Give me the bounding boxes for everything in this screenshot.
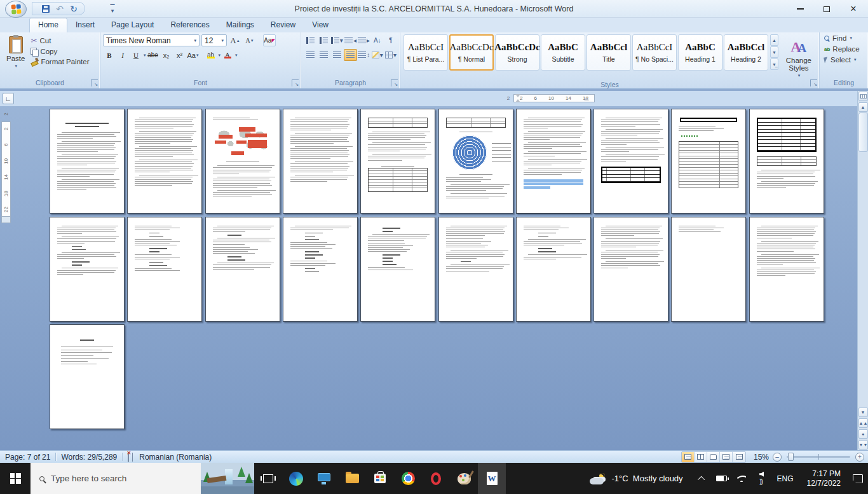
view-draft-button[interactable] [733,452,745,462]
style-list-para[interactable]: AaBbCcI¶ List Para... [403,34,448,71]
find-button[interactable]: Find▾ [822,34,865,43]
copy-button[interactable]: Copy [29,47,91,56]
select-browse-object-button[interactable]: ● [858,429,868,439]
scroll-down-button[interactable]: ▼ [858,408,868,417]
volume-indicator[interactable]: )) [754,471,769,486]
page-thumbnail-3[interactable] [205,109,280,214]
styles-scroll-up-icon[interactable]: ▲ [770,34,778,46]
taskbar-clock[interactable]: 7:17 PM 12/7/2022 [802,469,846,488]
page-thumbnail-12[interactable] [127,217,202,322]
page-thumbnail-9[interactable] [671,109,746,214]
proofing-status[interactable] [123,453,134,462]
task-view-button[interactable] [254,463,282,494]
tab-mailings[interactable]: Mailings [218,18,262,32]
font-dialog-launcher[interactable] [292,79,299,86]
taskbar-app-edge[interactable] [282,463,310,494]
page-indicator[interactable]: Page: 7 of 21 [0,453,55,462]
view-web-layout-button[interactable] [707,452,720,462]
page-thumbnail-14[interactable] [283,217,358,322]
zoom-slider-thumb[interactable] [788,453,794,461]
justify-button[interactable] [344,49,356,61]
close-button[interactable]: × [840,0,867,18]
align-right-button[interactable] [330,49,343,61]
input-language[interactable]: ENG [773,474,797,483]
vertical-ruler[interactable]: 2 2610141822 [1,106,11,233]
page-thumbnail-1[interactable] [50,109,125,214]
page-thumbnail-11[interactable] [50,217,125,322]
font-family-combobox[interactable]: Times New Roman ▾ [103,34,200,46]
language-indicator[interactable]: Romanian (Romania) [134,453,217,462]
paragraph-dialog-launcher[interactable] [391,79,398,86]
borders-button[interactable]: ▾ [384,49,397,61]
change-case-button[interactable]: Aa▾ [187,49,200,61]
save-button[interactable] [40,3,51,14]
view-print-layout-button[interactable] [682,452,695,462]
next-page-button[interactable]: ▼▼ [858,440,868,449]
font-color-dropdown-icon[interactable]: ▾ [235,53,238,58]
style-subtitle[interactable]: AaBbCSubtitle [541,34,585,71]
page-thumbnail-5[interactable] [360,109,435,214]
taskbar-app-microsoft-store[interactable] [366,463,394,494]
network-indicator[interactable] [734,471,749,486]
weather-widget[interactable]: -1°C Mostly cloudy [581,473,691,484]
select-button[interactable]: Select▾ [822,55,865,64]
right-indent-marker[interactable] [584,97,589,100]
replace-button[interactable]: abReplace [822,45,865,53]
zoom-out-button[interactable]: – [773,453,782,462]
numbering-button[interactable] [317,34,330,46]
bullets-button[interactable] [304,34,316,46]
tab-view[interactable]: View [304,18,337,32]
page-thumbnail-8[interactable] [593,109,668,214]
show-hide-pilcrow-button[interactable]: ¶ [384,34,397,46]
clipboard-dialog-launcher[interactable] [91,79,98,86]
font-color-button[interactable]: A [221,49,234,61]
decrease-indent-button[interactable]: ◂ [344,34,356,46]
style-strong[interactable]: AaBbCcDcStrong [495,34,539,71]
taskbar-app-word[interactable]: W [478,463,506,494]
search-highlight-image[interactable] [201,463,254,494]
format-painter-button[interactable]: Format Painter [29,57,91,66]
paste-button[interactable]: Paste ▾ [3,34,29,78]
word-count[interactable]: Words: 29/5,289 [56,453,122,462]
office-button[interactable] [5,1,27,18]
zoom-in-button[interactable]: + [855,453,864,462]
zoom-level[interactable]: 15% [749,453,770,462]
tab-page-layout[interactable]: Page Layout [103,18,162,32]
superscript-button[interactable]: x² [173,49,186,61]
tray-overflow-button[interactable] [695,471,710,486]
redo-button[interactable]: ↻ [68,3,79,14]
maximize-button[interactable] [813,0,840,18]
page-thumbnail-19[interactable] [671,217,746,322]
italic-button[interactable]: I [116,49,129,61]
paste-dropdown-icon[interactable]: ▾ [15,64,17,69]
line-spacing-button[interactable]: ↕ [358,49,370,61]
shading-button[interactable]: ▾ [371,49,384,61]
taskbar-search-box[interactable]: Type here to search [31,463,254,494]
grow-font-button[interactable]: A▲ [229,34,241,46]
style-no-spaci[interactable]: AaBbCcI¶ No Spaci... [632,34,677,71]
page-thumbnail-16[interactable] [438,217,513,322]
tab-selector[interactable]: ∟ [3,93,14,104]
change-styles-button[interactable]: AA Change Styles ▾ [781,34,817,80]
shrink-font-button[interactable]: A▼ [243,34,256,46]
zoom-slider-track[interactable] [787,456,850,458]
clear-formatting-button[interactable]: Aa◤ [263,34,276,46]
taskbar-app-paint[interactable] [450,463,478,494]
page-thumbnail-7[interactable] [516,109,591,214]
page-thumbnail-20[interactable] [749,217,824,322]
styles-scroll-down-icon[interactable]: ▼ [770,46,778,58]
style-heading-2[interactable]: AaBbCclHeading 2 [724,34,768,71]
increase-indent-button[interactable]: ▸ [358,34,370,46]
sort-button[interactable]: A↓ [371,34,384,46]
vertical-scrollbar[interactable]: ▲ ▼ ▲▲ ● ▼▼ [857,91,868,450]
taskbar-app-this-pc[interactable] [310,463,338,494]
battery-indicator[interactable] [714,471,729,486]
page-thumbnail-17[interactable] [516,217,591,322]
taskbar-app-file-explorer[interactable] [338,463,366,494]
undo-button[interactable]: ↶ [54,3,65,14]
view-full-screen-reading-button[interactable] [695,452,707,462]
customize-qat-button[interactable]: ▔▾ [107,4,118,15]
minimize-button[interactable] [787,0,813,18]
underline-dropdown-icon[interactable]: ▾ [144,53,146,58]
start-button[interactable] [0,463,31,494]
